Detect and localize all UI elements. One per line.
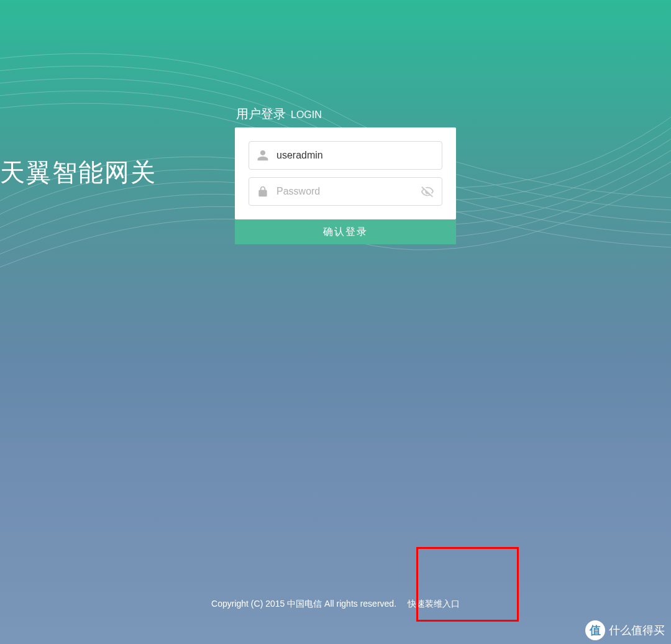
visibility-off-icon[interactable]	[421, 185, 434, 198]
login-submit-button[interactable]: 确认登录	[235, 219, 456, 244]
login-panel: 用户登录 LOGIN 确认登录	[235, 106, 456, 244]
username-field-wrapper	[249, 141, 442, 170]
watermark-label: 什么值得买	[609, 623, 665, 638]
footer: Copyright (C) 2015 中国电信 All rights reser…	[0, 599, 671, 610]
username-input[interactable]	[269, 150, 434, 161]
user-icon	[257, 149, 269, 162]
brand-title: 天翼智能网关	[0, 155, 157, 190]
login-header-main: 用户登录	[236, 106, 286, 122]
quick-maintenance-link[interactable]: 快速装维入口	[408, 599, 460, 610]
lock-icon	[257, 185, 269, 198]
watermark-icon: 值	[585, 620, 605, 640]
watermark: 值 什么值得买	[585, 620, 665, 640]
login-header: 用户登录 LOGIN	[235, 106, 456, 122]
login-form	[235, 127, 456, 219]
login-header-sub: LOGIN	[291, 109, 322, 121]
password-input[interactable]	[269, 186, 421, 197]
copyright-text: Copyright (C) 2015 中国电信 All rights reser…	[211, 599, 396, 609]
annotation-highlight-box	[416, 547, 519, 622]
password-field-wrapper	[249, 177, 442, 206]
